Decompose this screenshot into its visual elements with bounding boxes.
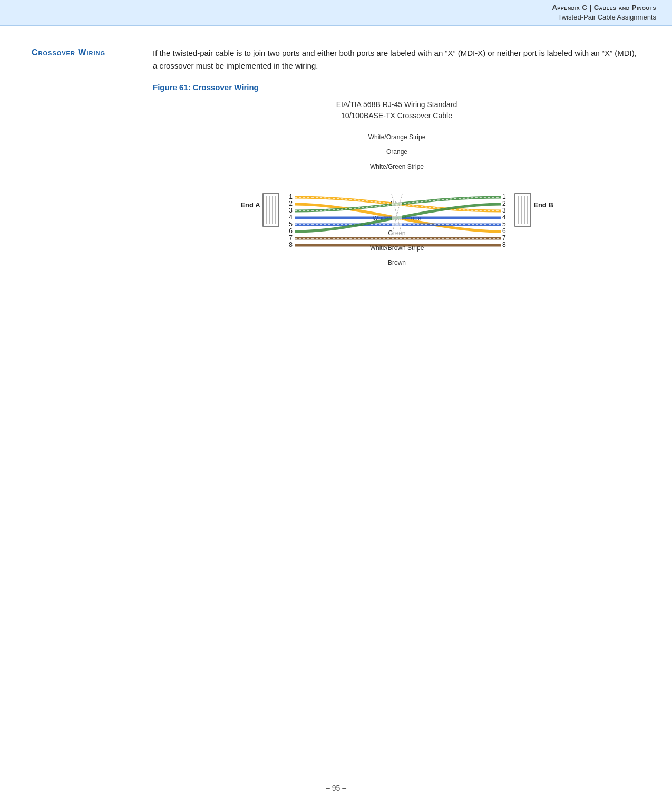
svg-text:End B: End B bbox=[533, 201, 553, 209]
page-footer: – 95 – bbox=[0, 784, 672, 792]
svg-text:3: 3 bbox=[502, 207, 506, 214]
content-body: If the twisted-pair cable is to join two… bbox=[153, 47, 640, 280]
section-title: Crossover Wiring bbox=[32, 47, 137, 280]
svg-text:2: 2 bbox=[502, 200, 506, 207]
svg-text:8: 8 bbox=[289, 241, 293, 248]
svg-rect-10 bbox=[263, 194, 279, 226]
svg-text:1: 1 bbox=[502, 193, 506, 200]
svg-text:2: 2 bbox=[289, 200, 293, 207]
diagram-container: EIA/TIA 568B RJ-45 Wiring Standard 10/10… bbox=[153, 99, 640, 280]
svg-text:1: 1 bbox=[289, 193, 293, 200]
svg-text:7: 7 bbox=[289, 234, 293, 242]
svg-text:3: 3 bbox=[289, 207, 293, 214]
diagram-subtitle: EIA/TIA 568B RJ-45 Wiring Standard 10/10… bbox=[336, 99, 457, 121]
header-subtitle: Twisted-Pair Cable Assignments bbox=[16, 13, 656, 22]
page-header: Appendix C | Cables and Pinouts Twisted-… bbox=[0, 0, 672, 26]
wiring-diagram: White/Orange Stripe Orange White/Green S… bbox=[212, 132, 581, 280]
svg-text:8: 8 bbox=[502, 241, 506, 248]
page-number: – 95 – bbox=[326, 784, 346, 792]
svg-text:7: 7 bbox=[502, 234, 506, 242]
svg-text:Orange: Orange bbox=[386, 148, 407, 156]
header-appendix: Appendix C | Cables and Pinouts bbox=[16, 3, 656, 13]
svg-text:5: 5 bbox=[289, 220, 293, 228]
figure-title: Figure 61: Crossover Wiring bbox=[153, 83, 640, 92]
svg-text:6: 6 bbox=[502, 227, 506, 235]
svg-text:4: 4 bbox=[289, 214, 293, 221]
svg-text:6: 6 bbox=[289, 227, 293, 235]
main-content: Crossover Wiring If the twisted-pair cab… bbox=[0, 26, 672, 301]
svg-text:5: 5 bbox=[502, 220, 506, 228]
svg-text:White/Orange Stripe: White/Orange Stripe bbox=[368, 133, 425, 141]
svg-text:White/Green Stripe: White/Green Stripe bbox=[369, 163, 423, 170]
svg-text:Brown: Brown bbox=[387, 259, 405, 266]
description-text: If the twisted-pair cable is to join two… bbox=[153, 47, 640, 72]
svg-text:End A: End A bbox=[240, 201, 260, 209]
svg-text:4: 4 bbox=[502, 214, 506, 221]
svg-rect-15 bbox=[515, 194, 531, 226]
